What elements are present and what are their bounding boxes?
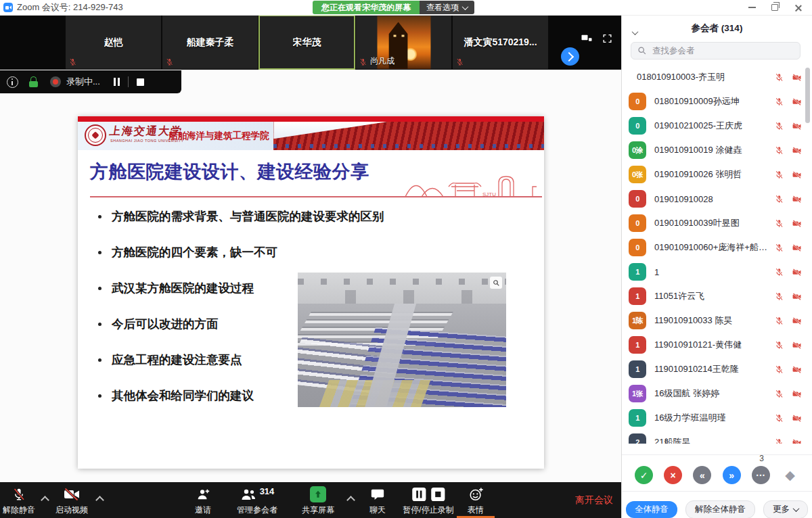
search-input[interactable] (651, 45, 800, 56)
speaker-view-icon[interactable] (581, 33, 593, 44)
mic-off-icon[interactable] (774, 97, 784, 107)
mic-off-icon[interactable] (774, 145, 784, 156)
invite-button[interactable]: 邀请 (195, 482, 211, 518)
mic-off-icon[interactable] (774, 194, 784, 204)
divider (128, 76, 129, 87)
video-off-icon[interactable] (791, 121, 803, 131)
mic-off-icon[interactable] (774, 316, 784, 326)
video-off-icon[interactable] (791, 267, 803, 277)
participant-avatar: 1 (629, 263, 646, 281)
participant-row[interactable]: 0涂 019010910019 涂健垚 (622, 138, 812, 162)
participant-row[interactable]: 1张 16级国航 张婷婷 (622, 381, 812, 406)
bullet-dot-icon (98, 251, 102, 254)
participant-row[interactable]: 0 019010910028 (622, 187, 812, 211)
participant-row[interactable]: 1陈 119010910033 陈昊 (622, 308, 812, 333)
magnifier-icon[interactable] (490, 277, 502, 289)
next-participants-button[interactable] (561, 47, 579, 66)
mic-off-icon[interactable] (774, 340, 784, 350)
video-off-icon[interactable] (791, 72, 803, 83)
chat-button[interactable]: 聊天 (369, 482, 386, 518)
mic-off-icon[interactable] (774, 72, 784, 83)
participant-row[interactable]: 2 21船陈昊 (622, 430, 812, 444)
video-off-icon[interactable] (791, 97, 803, 107)
slower-chevrons-icon[interactable]: « (693, 466, 711, 484)
participant-video-tile[interactable]: 赵恺 (65, 15, 162, 70)
participant-row[interactable]: 018010910003-齐玉明 (622, 65, 812, 89)
mic-off-icon[interactable] (774, 218, 784, 229)
clear-diamond-icon[interactable]: ◆ (781, 466, 799, 484)
video-off-icon[interactable] (791, 218, 803, 229)
no-cross-icon[interactable]: × (664, 466, 682, 484)
yes-check-icon[interactable]: ✓ (635, 466, 653, 484)
video-off-icon[interactable] (791, 364, 803, 375)
audio-options-chevron[interactable] (42, 494, 48, 506)
share-screen-button[interactable]: 共享屏幕 (302, 482, 334, 518)
info-icon[interactable] (7, 76, 18, 88)
mute-all-button[interactable]: 全体静音 (626, 501, 677, 518)
video-off-icon[interactable] (791, 170, 803, 180)
pause-recording-icon[interactable] (114, 78, 120, 86)
participant-video-tile[interactable]: 潘文寅5170219... (452, 15, 549, 70)
participant-row[interactable]: 0 019010910060+庞海祥+船建学... (622, 235, 812, 260)
close-button[interactable] (786, 0, 809, 15)
video-off-icon[interactable] (791, 291, 803, 302)
participant-name: 16级力学班温明瑾 (654, 412, 770, 424)
scrollbar-thumb[interactable] (805, 68, 810, 123)
participant-row[interactable]: 0 019010910039叶昱图 (622, 211, 812, 235)
photo-doors (298, 290, 506, 304)
bullet-dot-icon (98, 287, 102, 290)
video-off-icon[interactable] (791, 243, 803, 253)
mic-off-icon[interactable] (774, 291, 784, 302)
muted-mic-icon (68, 57, 77, 66)
viewing-screen-banner: 您正在观看宋华茂的屏幕 (313, 1, 420, 14)
participant-row[interactable]: 1 1 (622, 260, 812, 284)
minimize-button[interactable] (740, 0, 763, 15)
view-options-button[interactable]: 查看选项 (420, 1, 474, 14)
stop-recording-icon[interactable] (137, 78, 144, 86)
participant-name: 019010910019 涂健垚 (654, 144, 770, 156)
participant-name-label: 尚凡成 (370, 55, 394, 67)
mic-off-icon[interactable] (774, 389, 784, 399)
video-off-icon[interactable] (791, 413, 803, 423)
video-off-icon[interactable] (791, 316, 803, 326)
faster-chevrons-icon[interactable]: » (723, 466, 741, 484)
restore-button[interactable] (763, 0, 786, 15)
mic-off-icon[interactable] (774, 170, 784, 180)
participant-row[interactable]: 0 019010210025-王庆虎 (622, 114, 812, 138)
participant-row[interactable]: 0 018010910009孙远坤 (622, 89, 812, 114)
participant-video-tile[interactable]: 船建秦子柔 (162, 15, 258, 70)
video-off-icon[interactable] (791, 145, 803, 156)
participant-row[interactable]: 1 16级力学班温明瑾 (622, 406, 812, 430)
participant-row[interactable]: 1 119010910121-黄伟健 (622, 333, 812, 357)
video-options-chevron[interactable] (97, 494, 103, 506)
participant-name: 019010910028 (654, 194, 770, 204)
mic-off-icon[interactable] (774, 121, 784, 131)
participants-count: 314 (260, 486, 275, 496)
recording-status-strip: 录制中... (0, 70, 181, 93)
mic-off-icon[interactable] (774, 267, 784, 277)
video-off-icon[interactable] (791, 438, 803, 444)
unmute-all-button[interactable]: 解除全体静音 (685, 500, 755, 518)
participant-video-tile[interactable]: 宋华茂 (258, 15, 355, 70)
unmute-button[interactable]: 解除静音 (3, 482, 35, 518)
manage-participants-button[interactable]: 314 管理参会者 (237, 482, 277, 518)
mic-off-icon[interactable] (774, 364, 784, 375)
more-dots-icon[interactable]: ··· (752, 466, 770, 484)
mic-off-icon[interactable] (774, 413, 784, 423)
participant-row[interactable]: 0张 019010910026 张明哲 (622, 162, 812, 187)
video-off-icon[interactable] (791, 389, 803, 399)
participant-video-tile[interactable]: 尚凡成 (355, 15, 452, 70)
more-button[interactable]: 更多 (763, 500, 808, 518)
mic-off-icon[interactable] (774, 438, 784, 444)
pause-stop-recording-button[interactable]: 暂停/停止录制 (403, 482, 453, 518)
share-options-chevron[interactable] (348, 494, 354, 506)
start-video-button[interactable]: 启动视频 (55, 482, 88, 518)
participant-row[interactable]: 1 119010910214王乾隆 (622, 357, 812, 381)
participant-row[interactable]: 1 11051许云飞 (622, 284, 812, 308)
video-off-icon[interactable] (791, 340, 803, 350)
mic-off-icon[interactable] (774, 243, 784, 253)
reactions-button[interactable]: 表情 (468, 482, 484, 518)
leave-meeting-button[interactable]: 离开会议 (575, 482, 613, 518)
fullscreen-icon[interactable] (602, 33, 613, 44)
video-off-icon[interactable] (791, 194, 803, 204)
